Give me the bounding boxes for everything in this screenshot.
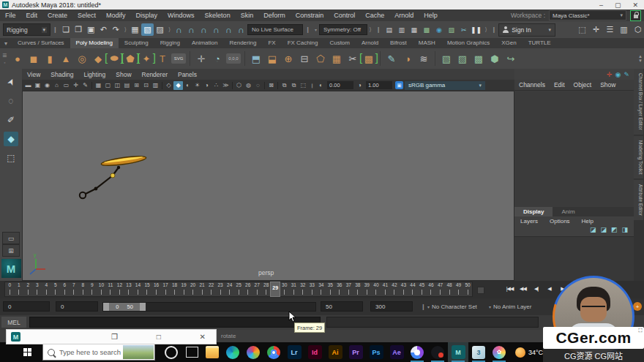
new-layer-objects-icon[interactable]: ◩ (611, 226, 618, 236)
layer-tab-display[interactable]: Display (514, 207, 553, 216)
shelf-tab-rigging[interactable]: Rigging (154, 38, 186, 48)
news-weather-thumbnail[interactable] (123, 345, 154, 359)
auto-key-icon[interactable]: + (633, 302, 642, 311)
layer-options-icon[interactable]: ◨ (621, 226, 628, 236)
shelf-edit-icon[interactable]: ◦ (4, 60, 5, 65)
film-gate-icon[interactable]: ▢ (103, 81, 113, 90)
menu-help[interactable]: Help (419, 10, 443, 21)
timeline-frame[interactable]: 45 (417, 282, 427, 296)
menu-edit[interactable]: Edit (21, 10, 43, 21)
timeline-frame[interactable]: 14 (133, 282, 143, 296)
shaded-icon[interactable]: ◆ (173, 81, 183, 90)
shelf-tab-fx-caching[interactable]: FX Caching (282, 38, 324, 48)
snap-curve-icon[interactable]: ∩ (185, 23, 198, 36)
render-view-icon[interactable]: ◉ (433, 23, 445, 36)
separate-icon[interactable]: ⬓ (265, 50, 280, 67)
timeline-frame[interactable]: 7 (70, 282, 79, 296)
smooth-mesh-icon[interactable]: ▩ (471, 50, 486, 67)
gate-mask-icon[interactable]: ▤ (122, 81, 132, 90)
shelf-tab-custom[interactable]: Custom (323, 38, 356, 48)
animation-start-field[interactable]: 0 (3, 301, 50, 312)
arnold-cut-icon[interactable]: ✂ (457, 23, 470, 36)
illustrator-icon[interactable]: Ai (325, 342, 345, 362)
timeline-frame[interactable]: 4 (42, 282, 51, 296)
playback-end-field[interactable]: 50 (321, 301, 363, 312)
timeline-frame[interactable]: 50 (463, 282, 473, 296)
mirror-icon[interactable]: ◑ (400, 50, 415, 67)
tool-settings-icon[interactable]: ⬡ (632, 23, 644, 36)
svg-tool-icon[interactable]: SVG (171, 53, 186, 64)
timeline-frame[interactable]: 3 (33, 282, 42, 296)
character-controls-icon[interactable]: ✛ (590, 23, 602, 36)
layer-menu-layers[interactable]: Layers (514, 216, 544, 226)
task-view-icon[interactable] (181, 342, 202, 362)
snap-projected-center-icon[interactable]: ∩ (210, 23, 222, 36)
channel-menu-channels[interactable]: Channels (514, 81, 550, 88)
shadows-icon[interactable]: ◑ (202, 81, 211, 90)
edge-icon[interactable] (222, 342, 243, 362)
shelf-tab-animation[interactable]: Animation (186, 38, 224, 48)
bookmark-icon[interactable]: ⌂ (52, 81, 61, 90)
command-line-mode-button[interactable]: MEL (1, 317, 26, 328)
timeline-frame[interactable]: 49 (454, 282, 463, 296)
timeline-frame[interactable]: 2 (23, 282, 33, 296)
color-management-icon[interactable]: ▣ (395, 81, 403, 89)
close-button[interactable]: ✕ (190, 333, 216, 341)
chrome-icon[interactable] (263, 342, 284, 362)
construction-plane-icon[interactable]: ✛ (194, 50, 209, 67)
fullscreen-icon[interactable]: ⬚ (299, 81, 308, 90)
timeline-frame[interactable]: 11 (106, 282, 116, 296)
safe-title-icon[interactable]: ▥ (151, 81, 160, 90)
field-chart-icon[interactable]: ⊞ (132, 81, 141, 90)
sign-in-button[interactable]: Sign In ▾ (498, 23, 555, 37)
timeline-frame[interactable]: 6 (60, 282, 70, 296)
maya-logo[interactable]: M (1, 259, 21, 278)
menu-skin[interactable]: Skin (236, 10, 259, 21)
shelf-tab-sculpting[interactable]: Sculpting (119, 38, 154, 48)
timeline-frame[interactable]: 16 (151, 282, 161, 296)
clipboard-icon[interactable]: ⧉ (280, 81, 289, 90)
timeline-frame[interactable]: 25 (234, 282, 244, 296)
step-back-key-icon[interactable]: ◀| (530, 283, 542, 295)
grid-icon[interactable]: ▦ (94, 81, 103, 90)
timeline-frame[interactable]: 36 (335, 282, 345, 296)
browser-secondary-icon[interactable] (407, 342, 427, 362)
move-tool-icon[interactable]: ◆ (4, 132, 18, 146)
symmetry-field[interactable]: Symmetry: Off (319, 24, 367, 35)
menu-constrain[interactable]: Constrain (291, 10, 329, 21)
paint-transfer-icon[interactable]: ▧ (439, 50, 454, 67)
menu-modify[interactable]: Modify (101, 10, 131, 21)
range-start-handle[interactable] (103, 303, 109, 311)
go-to-start-icon[interactable]: |◀◀ (503, 283, 516, 295)
new-layer-selected-icon[interactable]: ◪ (600, 226, 607, 236)
lightroom-icon[interactable]: Lr (284, 342, 304, 362)
dof-icon[interactable]: ◍ (244, 81, 253, 90)
exposure-icon[interactable]: ◐ (316, 81, 326, 90)
timeline-frame[interactable]: 40 (372, 282, 381, 296)
new-scene-icon[interactable]: ❏ (60, 23, 72, 36)
channel-box-body[interactable] (514, 90, 634, 207)
shelf-tab-curves-surfaces[interactable]: Curves / Surfaces (12, 38, 70, 48)
panel-menu-lighting[interactable]: Lighting (78, 71, 111, 78)
close-button[interactable]: ✕ (632, 1, 638, 9)
timeline-frame[interactable]: 28 (261, 282, 271, 296)
snap-view-plane-icon[interactable]: ∩ (222, 23, 235, 36)
timeline-frame[interactable]: 33 (307, 282, 317, 296)
select-hierarchy-icon[interactable]: ▦ (129, 23, 141, 36)
set-time-icon[interactable]: ◔ (210, 50, 225, 67)
menu-windows[interactable]: Windows (162, 10, 200, 21)
photoshop-icon[interactable]: Ps (366, 342, 386, 362)
timeline-frame[interactable]: 47 (435, 282, 445, 296)
group-divider[interactable]: ❙ (305, 26, 310, 33)
render-icon[interactable]: ▤ (383, 23, 395, 36)
lock-camera-icon[interactable]: ▣ (33, 81, 42, 90)
snap-grid-icon[interactable]: ∩ (173, 23, 185, 36)
file-explorer-icon[interactable] (202, 342, 222, 362)
group-divider[interactable]: ⟩ (484, 26, 487, 33)
playback-start-field[interactable]: 0 (56, 301, 98, 312)
menu-set-dropdown[interactable]: Rigging ▾ (3, 23, 50, 36)
channel-box-icon[interactable]: ☰ (604, 23, 616, 36)
select-camera-icon[interactable]: ▬ (23, 81, 33, 90)
transfer-attributes-icon[interactable]: ↪ (503, 50, 518, 67)
workspace-lock-icon[interactable] (630, 10, 641, 21)
